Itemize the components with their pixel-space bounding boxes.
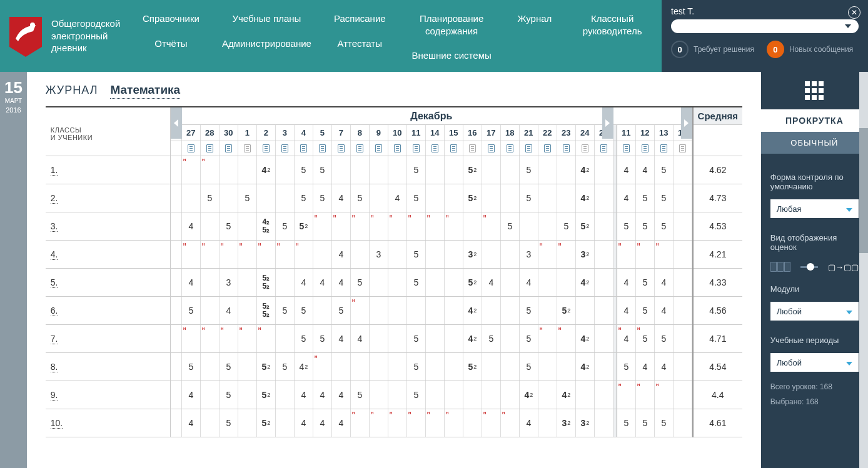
grade-cell[interactable] — [482, 297, 501, 324]
grade-cell[interactable]: 32 — [576, 409, 595, 437]
grade-cell[interactable]: н — [313, 353, 332, 381]
grade-cell[interactable]: 5 — [617, 353, 636, 381]
grade-cell[interactable] — [482, 156, 501, 184]
grade-cell[interactable]: 42 — [463, 325, 482, 352]
grade-cell[interactable]: н — [257, 241, 276, 268]
grade-cell[interactable]: 5 — [617, 409, 636, 437]
grade-cell[interactable] — [482, 241, 501, 268]
lesson-icon[interactable] — [674, 141, 692, 156]
grade-cell[interactable]: 5 — [407, 184, 426, 212]
grade-cell[interactable]: 5 — [220, 381, 238, 409]
grade-cell[interactable]: 5 — [220, 212, 238, 240]
grade-cell[interactable]: 5 — [276, 353, 295, 381]
grade-cell[interactable]: 42 — [463, 297, 482, 324]
grade-cell[interactable]: 5 — [351, 269, 370, 296]
lesson-icon[interactable] — [257, 141, 276, 156]
grade-cell[interactable]: 42 — [520, 381, 538, 409]
date-header[interactable]: 16 — [463, 125, 482, 141]
grade-cell[interactable]: н — [220, 325, 238, 352]
lesson-icon[interactable] — [463, 141, 482, 156]
nav-administration[interactable]: Администрирование — [222, 37, 311, 50]
grade-cell[interactable]: н — [201, 325, 220, 352]
grade-cell[interactable]: 5₂5₂ — [257, 297, 276, 324]
grade-cell[interactable]: 42 — [576, 184, 595, 212]
grade-cell[interactable] — [445, 156, 463, 184]
grade-cell[interactable] — [595, 409, 613, 437]
grade-cell[interactable]: 4 — [313, 409, 332, 437]
control-form-select[interactable]: Любая — [770, 199, 859, 218]
grade-cell[interactable]: 5 — [655, 409, 674, 437]
nav-study-plans[interactable]: Учебные планы — [232, 12, 301, 25]
grade-cell[interactable] — [201, 212, 220, 240]
date-header[interactable]: 23 — [557, 125, 576, 141]
next-month-button[interactable] — [602, 107, 613, 139]
lesson-icon[interactable] — [636, 141, 655, 156]
grade-cell[interactable]: 5 — [520, 325, 538, 352]
grade-cell[interactable] — [238, 381, 257, 409]
grade-cell[interactable]: н — [501, 409, 520, 437]
grade-cell[interactable]: 5₂5₂ — [257, 269, 276, 296]
grade-cell[interactable]: 5 — [351, 381, 370, 409]
grade-cell[interactable]: 5 — [655, 212, 674, 240]
date-header[interactable]: 2 — [257, 125, 276, 141]
grade-cell[interactable]: 5 — [182, 297, 201, 324]
grade-cell[interactable] — [557, 353, 576, 381]
grade-cell[interactable]: н — [201, 241, 220, 268]
date-header[interactable]: 11 — [407, 125, 426, 141]
date-header[interactable]: 28 — [201, 125, 220, 141]
modules-select[interactable]: Любой — [770, 302, 859, 321]
grade-cell[interactable] — [445, 353, 463, 381]
grade-cell[interactable]: н — [332, 212, 351, 240]
nav-content-planning[interactable]: Планирование содержания — [408, 12, 495, 37]
grade-cell[interactable]: 5 — [407, 381, 426, 409]
grade-cell[interactable] — [595, 325, 613, 352]
grade-cell[interactable]: 52 — [257, 353, 276, 381]
grade-cell[interactable]: 52 — [295, 212, 313, 240]
grade-cell[interactable] — [538, 156, 557, 184]
grade-cell[interactable]: 4 — [332, 184, 351, 212]
grade-cell[interactable] — [238, 297, 257, 324]
grade-cell[interactable]: 4 — [482, 269, 501, 296]
pending-counter[interactable]: 0 Требует решения — [671, 41, 754, 58]
grade-cell[interactable]: 5 — [295, 184, 313, 212]
grade-cell[interactable]: 5 — [220, 409, 238, 437]
close-icon[interactable]: ✕ — [848, 6, 860, 19]
grade-cell[interactable]: 5 — [332, 297, 351, 324]
grade-cell[interactable] — [595, 381, 613, 409]
student-row[interactable]: 6. — [46, 297, 170, 325]
grade-cell[interactable]: 42 — [576, 269, 595, 296]
nav-class-teacher[interactable]: Классный руководитель — [574, 12, 650, 37]
grade-cell[interactable] — [370, 184, 388, 212]
grade-cell[interactable] — [276, 184, 295, 212]
date-header[interactable]: 30 — [220, 125, 238, 141]
grade-cell[interactable]: н — [182, 325, 201, 352]
grade-cell[interactable]: 42 — [576, 156, 595, 184]
grade-cell[interactable] — [407, 297, 426, 324]
grade-cell[interactable]: 4 — [332, 381, 351, 409]
grade-cell[interactable]: 5 — [636, 297, 655, 324]
apps-icon[interactable] — [761, 72, 868, 109]
grade-cell[interactable] — [463, 381, 482, 409]
lesson-icon[interactable] — [295, 141, 313, 156]
grade-cell[interactable]: 4 — [313, 269, 332, 296]
grade-cell[interactable]: 4 — [655, 269, 674, 296]
grade-cell[interactable] — [674, 381, 692, 409]
grade-cell[interactable] — [426, 269, 445, 296]
date-header[interactable]: 21 — [520, 125, 538, 141]
grade-cell[interactable]: н — [370, 212, 388, 240]
grade-cell[interactable]: 5 — [276, 297, 295, 324]
grade-cell[interactable]: 5 — [520, 297, 538, 324]
grade-cell[interactable]: 5 — [313, 184, 332, 212]
grade-cell[interactable]: 5 — [351, 184, 370, 212]
grade-cell[interactable] — [351, 353, 370, 381]
periods-select[interactable]: Любой — [770, 353, 859, 372]
grade-cell[interactable]: 4 — [295, 409, 313, 437]
grade-cell[interactable] — [220, 184, 238, 212]
grade-cell[interactable]: н — [538, 325, 557, 352]
lesson-icon[interactable] — [332, 141, 351, 156]
grade-cell[interactable]: н — [201, 156, 220, 184]
grade-cell[interactable] — [388, 381, 407, 409]
date-header[interactable]: 8 — [351, 125, 370, 141]
grade-cell[interactable]: н — [426, 212, 445, 240]
grade-cell[interactable] — [482, 381, 501, 409]
